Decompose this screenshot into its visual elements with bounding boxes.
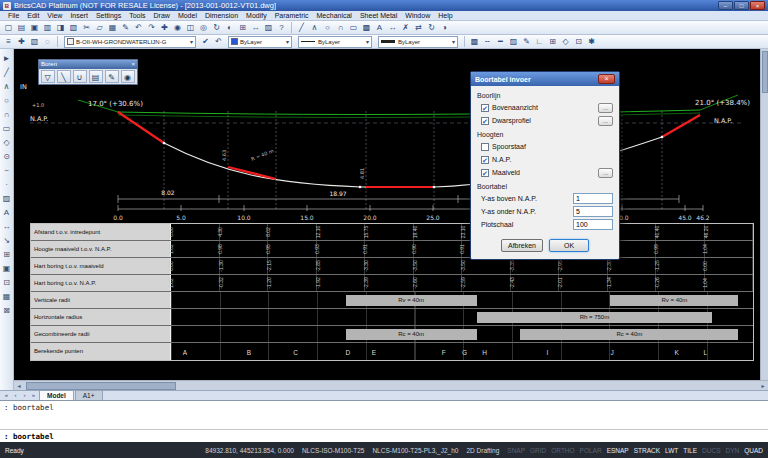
color-settings-icon[interactable]: ▩	[469, 35, 481, 48]
tab-model[interactable]: Model	[39, 390, 74, 400]
horizontal-scrollbar-track[interactable]	[24, 382, 758, 390]
menu-item-draw[interactable]: Draw	[150, 12, 174, 19]
layer-states-icon[interactable]: ▧	[29, 35, 41, 48]
lineweight-dropdown[interactable]: ByLayer ▾	[378, 36, 458, 48]
ok-button[interactable]: OK	[549, 239, 589, 252]
erase-icon[interactable]: ✗	[400, 21, 412, 34]
line-icon[interactable]: ╱	[296, 21, 308, 34]
status-toggle-dyn[interactable]: DYN	[725, 447, 739, 454]
properties-icon[interactable]: ⊞	[237, 21, 249, 34]
status-toggle-quad[interactable]: QUAD	[744, 447, 763, 454]
tab-nav-last-icon[interactable]: »	[29, 391, 38, 400]
dimension-icon[interactable]: ↔	[387, 21, 399, 34]
checkbox-n-a-p[interactable]: ✔	[481, 156, 489, 164]
input-plotschaal[interactable]	[573, 219, 613, 230]
browse-button-maaiveld[interactable]: ...	[598, 168, 613, 178]
menu-item-window[interactable]: Window	[401, 12, 434, 19]
status-toggle-esnap[interactable]: ESNAP	[607, 447, 629, 454]
linetype-settings-icon[interactable]: ╌	[482, 35, 494, 48]
menu-item-insert[interactable]: Insert	[66, 12, 92, 19]
command-prompt[interactable]: : boortabel	[0, 429, 768, 442]
vertical-scrollbar[interactable]	[760, 49, 768, 380]
mirror-icon[interactable]: ◑	[439, 21, 451, 34]
menu-item-tools[interactable]: Tools	[125, 12, 149, 19]
circle-icon[interactable]: ○	[322, 21, 334, 34]
xref-tool-icon[interactable]: ⊠	[1, 304, 13, 317]
line-tool-icon[interactable]: ╱	[1, 66, 13, 79]
new-file-icon[interactable]: ▢	[3, 21, 15, 34]
cut-icon[interactable]: ✂	[81, 21, 93, 34]
zoom-extents-icon[interactable]: ◎	[198, 21, 210, 34]
text-icon[interactable]: A	[374, 21, 386, 34]
ucs-icon[interactable]: ∟	[534, 35, 546, 48]
status-toggle-lwt[interactable]: LWT	[665, 447, 678, 454]
text-tool-icon[interactable]: A	[1, 206, 13, 219]
menu-item-file[interactable]: File	[4, 12, 23, 19]
rectangle-icon[interactable]: ▭	[348, 21, 360, 34]
hatch-tool-icon[interactable]: ▨	[1, 192, 13, 205]
checkbox-bovenaanzicht[interactable]: ✔	[481, 104, 489, 112]
boor-bewerk-icon[interactable]: ✎	[105, 70, 119, 83]
browse-button-bovenaanzicht[interactable]: ...	[598, 103, 613, 113]
ellipse-tool-icon[interactable]: ⊙	[1, 150, 13, 163]
layer-dropdown[interactable]: B-OII-WH-GRONDWATERLIJN-G ▾	[64, 36, 196, 48]
cancel-button[interactable]: Afbreken	[501, 239, 543, 252]
hatch-icon[interactable]: ▩	[361, 21, 373, 34]
spline-tool-icon[interactable]: ~	[1, 164, 13, 177]
status-toggle-ducs[interactable]: DUCS	[702, 447, 720, 454]
match-properties-icon[interactable]: ✎	[120, 21, 132, 34]
dimension-tool-icon[interactable]: ↔	[1, 220, 13, 233]
horizontal-scrollbar-thumb[interactable]	[26, 382, 176, 390]
boor-instellingen-icon[interactable]: ◉	[121, 70, 135, 83]
print-icon[interactable]: ▥	[42, 21, 54, 34]
regen-icon[interactable]: ↻	[211, 21, 223, 34]
browse-button-dwarsprofiel[interactable]: ...	[598, 116, 613, 126]
rotate-icon[interactable]: ↻	[426, 21, 438, 34]
help-icon[interactable]: ?	[276, 21, 288, 34]
menu-item-help[interactable]: Help	[434, 12, 456, 19]
drawing-canvas[interactable]: 0.05.010.015.020.025.030.035.040.045.046…	[14, 49, 768, 390]
menu-item-view[interactable]: View	[43, 12, 66, 19]
boren-toolbar-titlebar[interactable]: Boren ×	[39, 60, 137, 69]
command-line-panel[interactable]: : boortabel : boortabel	[0, 400, 768, 442]
status-text-style[interactable]: NLCS-ISO-M100-T25	[302, 447, 365, 454]
horizontal-scrollbar[interactable]: ◂ ▸	[14, 380, 768, 390]
vertical-scrollbar-thumb[interactable]	[762, 51, 768, 93]
menu-item-edit[interactable]: Edit	[23, 12, 43, 19]
close-button[interactable]: ×	[750, 1, 765, 10]
drawing-explorer-icon[interactable]: ⊡	[573, 35, 585, 48]
status-toggle-ortho[interactable]: ORTHO	[551, 447, 574, 454]
scroll-left-icon[interactable]: ◂	[14, 382, 24, 389]
zoom-realtime-icon[interactable]: ◉	[172, 21, 184, 34]
plot-settings-icon[interactable]: ▨	[263, 21, 275, 34]
rectangle-tool-icon[interactable]: ▭	[1, 122, 13, 135]
grid-settings-icon[interactable]: ⊞	[547, 35, 559, 48]
select-icon[interactable]: ►	[1, 52, 13, 65]
minimize-button[interactable]: –	[718, 1, 733, 10]
transparency-icon[interactable]: ▨	[508, 35, 520, 48]
copy-icon[interactable]: ▱	[94, 21, 106, 34]
move-icon[interactable]: ⇄	[413, 21, 425, 34]
status-toggle-tile[interactable]: TILE	[683, 447, 697, 454]
zoom-window-icon[interactable]: ◫	[185, 21, 197, 34]
pan-icon[interactable]: ✚	[159, 21, 171, 34]
input-y-as-boven-n-a-p[interactable]	[573, 193, 613, 204]
menu-item-dimension[interactable]: Dimension	[201, 12, 242, 19]
boor-tabel-icon[interactable]: ▤	[89, 70, 103, 83]
status-toggle-polar[interactable]: POLAR	[580, 447, 602, 454]
status-toggle-strack[interactable]: STRACK	[634, 447, 660, 454]
tab-nav-next-icon[interactable]: ›	[20, 391, 29, 400]
menu-item-model[interactable]: Model	[174, 12, 201, 19]
polyline-tool-icon[interactable]: ∧	[1, 80, 13, 93]
redo-icon[interactable]: ↷	[146, 21, 158, 34]
maximize-button[interactable]: □	[734, 1, 749, 10]
layer-off-icon[interactable]: ◌	[42, 35, 54, 48]
checkbox-dwarsprofiel[interactable]: ✔	[481, 117, 489, 125]
input-y-as-onder-n-a-p[interactable]	[573, 206, 613, 217]
view-shade-icon[interactable]: ◐	[224, 21, 236, 34]
arc-tool-icon[interactable]: ∩	[1, 108, 13, 121]
checkbox-spoorstaaf[interactable]	[481, 143, 489, 151]
status-coordinates[interactable]: 84932.810, 445213.854, 0.000	[205, 447, 294, 454]
menu-item-settings[interactable]: Settings	[92, 12, 125, 19]
color-dropdown[interactable]: ByLayer ▾	[228, 36, 292, 48]
